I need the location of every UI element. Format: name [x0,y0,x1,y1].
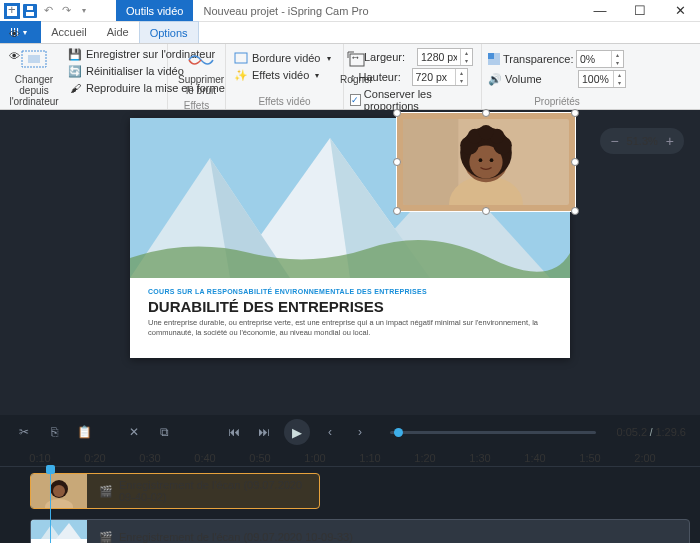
slide-body: Une entreprise durable, ou entreprise ve… [148,318,552,338]
canvas-page[interactable]: COURS SUR LA RESPONSABILITÉ ENVIRONNEMEN… [130,118,570,358]
playhead[interactable] [50,467,51,543]
webcam-video-overlay[interactable] [396,112,576,212]
slide-eyebrow: COURS SUR LA RESPONSABILITÉ ENVIRONNEMEN… [148,288,552,295]
svg-point-25 [479,158,483,162]
track-visibility-icon[interactable]: 👁 [9,28,20,40]
video-effects-button[interactable]: ✨Effets vidéo▾ [232,67,333,83]
close-button[interactable]: ✕ [660,0,700,22]
volume-icon: 🔊 [488,73,502,86]
timecode: 0:05.2 / 1:29.6 [616,426,686,438]
volume-input[interactable]: ▴▾ [578,70,626,88]
ruler-label: 0:30 [139,452,160,464]
tab-home[interactable]: Accueil [41,21,96,43]
back-button[interactable]: ‹ [320,422,340,442]
keep-ratio-checkbox[interactable]: ✓ [350,94,361,106]
timeline-clip[interactable]: 🎬Enregistrement de l'écan (09.07.2020 10… [30,519,690,543]
svg-rect-6 [28,55,40,63]
resize-handle[interactable] [571,207,579,215]
contextual-tab-label: Outils vidéo [116,0,193,21]
timeline-clip[interactable]: 🎬Enregistrement de l'écan (09.07.2020 09… [30,473,320,509]
crop-tool-button[interactable]: ⧉ [154,422,174,442]
slide-headline: DURABILITÉ DES ENTREPRISES [148,298,552,315]
track-visibility-icon[interactable]: 👁 [9,50,20,62]
copy-button[interactable]: ⎘ [44,422,64,442]
svg-point-31 [479,125,494,140]
group-props-title: Propriétés [488,94,626,109]
ruler-label: 0:20 [84,452,105,464]
undo-icon[interactable]: ↶ [40,3,56,19]
resize-handle[interactable] [571,158,579,166]
width-icon: ↔ [350,51,361,63]
transparency-input[interactable]: ▴▾ [576,50,624,68]
clip-type-icon: 🎬 [99,531,113,544]
ruler-label: 1:20 [414,452,435,464]
svg-point-26 [490,158,494,162]
ruler-label: 2:00 [634,452,655,464]
ruler-label: 1:50 [579,452,600,464]
transparency-icon [488,53,500,65]
maximize-button[interactable]: ☐ [620,0,660,22]
volume-label: Volume [505,73,575,85]
ruler-label: 1:10 [359,452,380,464]
delete-button[interactable]: ✕ [124,422,144,442]
ruler-label: 0:50 [249,452,270,464]
svg-rect-12 [488,53,494,59]
paste-button[interactable]: 📋 [74,422,94,442]
zoom-value: 51.3% [627,135,658,147]
ruler-label: 0:40 [194,452,215,464]
width-input[interactable]: ▴▾ [417,48,473,66]
zoom-control[interactable]: − 51.3% + [600,128,684,154]
zoom-in-button[interactable]: + [666,133,674,149]
ruler-label: 1:00 [304,452,325,464]
play-button[interactable]: ▶ [284,419,310,445]
remove-noise-button[interactable]: Supprimer le bruit [174,46,228,98]
transparency-label: Transparence: [503,53,573,65]
ruler-label: 1:40 [524,452,545,464]
resize-handle[interactable] [571,109,579,117]
zoom-out-button[interactable]: − [610,133,618,149]
svg-rect-7 [235,53,247,63]
keep-ratio-label: Conserver les proportions [364,88,475,112]
svg-rect-20 [403,119,458,205]
resize-handle[interactable] [482,207,490,215]
svg-point-34 [53,485,65,497]
timeline-ruler[interactable]: 0:100:200:300:400:501:001:101:201:301:40… [0,449,700,467]
video-border-button[interactable]: Bordure vidéo▾ [232,50,333,66]
height-label: Hauteur: [359,71,409,83]
resize-handle[interactable] [482,109,490,117]
ruler-label: 0:10 [29,452,50,464]
qat-dropdown-icon[interactable]: ▾ [76,3,92,19]
resize-handle[interactable] [393,109,401,117]
resize-handle[interactable] [393,158,401,166]
seek-bar[interactable] [390,431,596,434]
forward-button[interactable]: › [350,422,370,442]
tab-help[interactable]: Aide [97,21,139,43]
clip-type-icon: 🎬 [99,485,113,498]
minimize-button[interactable]: — [580,0,620,22]
group-videofx-title: Effets vidéo [232,94,337,109]
width-label: Largeur: [364,51,414,63]
window-title: Nouveau projet - iSpring Cam Pro [193,5,580,17]
ruler-label: 1:30 [469,452,490,464]
prev-button[interactable]: ⏮ [224,422,244,442]
tab-options[interactable]: Options [139,21,199,43]
height-input[interactable]: ▴▾ [412,68,468,86]
height-icon: ↕ [350,71,356,83]
next-button[interactable]: ⏭ [254,422,274,442]
resize-handle[interactable] [393,207,401,215]
redo-icon[interactable]: ↷ [58,3,74,19]
